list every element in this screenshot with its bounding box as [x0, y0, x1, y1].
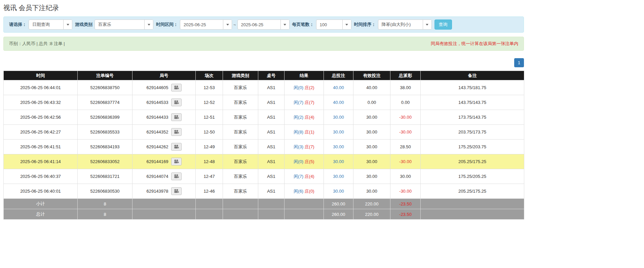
summary-result-cell: [285, 199, 324, 209]
valid-bet-cell: 0.00: [353, 95, 390, 110]
session-cell: 12-52: [196, 95, 223, 110]
video-replay-button[interactable]: [171, 84, 182, 91]
summary-label-cell: 总计: [4, 209, 78, 220]
payout-cell: -30.00: [390, 125, 421, 140]
summary-note-cell: [421, 199, 524, 209]
video-replay-icon: [174, 130, 179, 134]
betting-records-table: 时间注单编号局号场次游戏类别桌号结果总投注有效投注总派彩备注 2025-06-2…: [3, 71, 524, 220]
round-id-cell: 629144169: [132, 154, 196, 169]
chevron-down-icon: [63, 20, 72, 29]
time-cell: 2025-06-25 06:40:01: [4, 184, 78, 199]
session-cell: 12-47: [196, 169, 223, 184]
video-replay-button[interactable]: [171, 187, 182, 195]
round-wrap: 629144533: [146, 99, 181, 106]
valid-bet-notice-text: 同局有效投注，统一计算在该局第一张注单内: [431, 41, 518, 47]
video-replay-button[interactable]: [171, 143, 182, 151]
payout-cell: -30.00: [390, 154, 421, 169]
video-replay-icon: [174, 100, 179, 105]
round-id-cell: 629144262: [132, 140, 196, 154]
bet-id-cell: 522606833052: [78, 154, 132, 169]
round-id: 629144533: [146, 100, 168, 105]
column-header: 有效投注: [353, 71, 390, 80]
valid-bet-cell: 30.00: [353, 110, 390, 125]
sort-order-select[interactable]: 降幂(由大到小): [378, 20, 432, 30]
summary-session-cell: [196, 199, 223, 209]
note-cell: 173.75/143.75: [421, 110, 524, 125]
summary-result-cell: [285, 209, 324, 220]
banker-result: 庄(0): [305, 189, 314, 194]
total-bet-link[interactable]: 40.00: [333, 85, 344, 90]
note-cell: 143.75/181.75: [421, 80, 524, 95]
total-bet-link[interactable]: 40.00: [333, 100, 344, 105]
round-wrap: 629143978: [146, 187, 181, 195]
game-type-cell: 百家乐: [223, 125, 258, 140]
total-bet-link[interactable]: 30.00: [333, 189, 344, 194]
round-id-cell: 629144352: [132, 125, 196, 140]
total-bet-link[interactable]: 30.00: [333, 115, 344, 120]
chevron-down-icon: [342, 20, 351, 29]
player-result: 闲(3): [294, 144, 303, 149]
player-result: 闲(0): [294, 85, 303, 90]
table-no-cell: AS1: [258, 169, 285, 184]
session-cell: 12-51: [196, 110, 223, 125]
note-cell: 203.75/173.75: [421, 125, 524, 140]
table-row: 2025-06-25 06:40:01522606830530629143978…: [4, 184, 524, 199]
round-id: 629144074: [146, 174, 168, 179]
bet-id-cell: 522606831721: [78, 169, 132, 184]
total-bet-link[interactable]: 30.00: [333, 129, 344, 135]
chevron-down-icon: [280, 20, 289, 29]
total-bet-cell: 30.00: [324, 140, 353, 154]
note-cell: 175.25/203.75: [421, 140, 524, 154]
video-replay-button[interactable]: [171, 158, 182, 165]
date-from-select[interactable]: 2025-06-25: [180, 20, 232, 30]
total-bet-link[interactable]: 30.00: [333, 159, 344, 164]
filter-bar: 请选择： 日期查询 游戏类别 百家乐 时间区间： 2025-06-25 ~ 20…: [3, 16, 524, 33]
table-no-cell: AS1: [258, 154, 285, 169]
banker-result: 庄(7): [305, 144, 314, 149]
video-replay-button[interactable]: [171, 173, 182, 180]
date-to-select[interactable]: 2025-06-25: [237, 20, 290, 30]
chevron-down-icon: [144, 20, 153, 29]
round-id: 629143978: [146, 189, 168, 194]
video-replay-button[interactable]: [171, 128, 182, 136]
summary-row: 小计8260.00220.00-23.50: [4, 199, 524, 209]
column-header: 总投注: [324, 71, 353, 80]
game-type-select[interactable]: 百家乐: [94, 20, 153, 30]
total-bet-link[interactable]: 30.00: [333, 144, 344, 149]
column-header: 场次: [196, 71, 223, 80]
game-type-cell: 百家乐: [223, 110, 258, 125]
column-header: 游戏类别: [223, 71, 258, 80]
sort-order-label: 时间排序：: [354, 22, 376, 28]
player-result: 闲(0): [294, 159, 303, 164]
date-from-value: 2025-06-25: [180, 20, 223, 29]
chevron-down-icon: [223, 20, 232, 29]
round-id-cell: 629144533: [132, 95, 196, 110]
column-header: 总派彩: [390, 71, 421, 80]
query-type-select[interactable]: 日期查询: [29, 20, 72, 30]
time-cell: 2025-06-25 06:41:51: [4, 140, 78, 154]
note-cell: 205.25/175.25: [421, 184, 524, 199]
column-header: 桌号: [258, 71, 285, 80]
round-wrap: 629144352: [146, 128, 181, 136]
page-1-button[interactable]: 1: [514, 58, 524, 67]
sort-order-value: 降幂(由大到小): [378, 20, 423, 29]
total-bet-link[interactable]: 30.00: [333, 174, 344, 179]
valid-bet-cell: 30.00: [353, 169, 390, 184]
video-replay-button[interactable]: [171, 113, 182, 121]
banker-result: 庄(4): [305, 174, 314, 179]
payout-cell: 0.00: [390, 95, 421, 110]
table-no-cell: AS1: [258, 110, 285, 125]
search-button[interactable]: 查询: [434, 20, 452, 30]
banker-result: 庄(5): [305, 159, 314, 164]
video-replay-button[interactable]: [171, 99, 182, 106]
table-no-cell: AS1: [258, 184, 285, 199]
result-cell: 闲(7) 庄(4): [285, 169, 324, 184]
round-id: 629144352: [146, 129, 168, 135]
column-header: 局号: [132, 71, 196, 80]
per-page-select[interactable]: 100: [316, 20, 351, 30]
time-cell: 2025-06-25 06:44:01: [4, 80, 78, 95]
summary-valid-bet-cell: 220.00: [353, 209, 390, 220]
time-cell: 2025-06-25 06:40:37: [4, 169, 78, 184]
total-bet-cell: 30.00: [324, 110, 353, 125]
round-id-cell: 629144074: [132, 169, 196, 184]
